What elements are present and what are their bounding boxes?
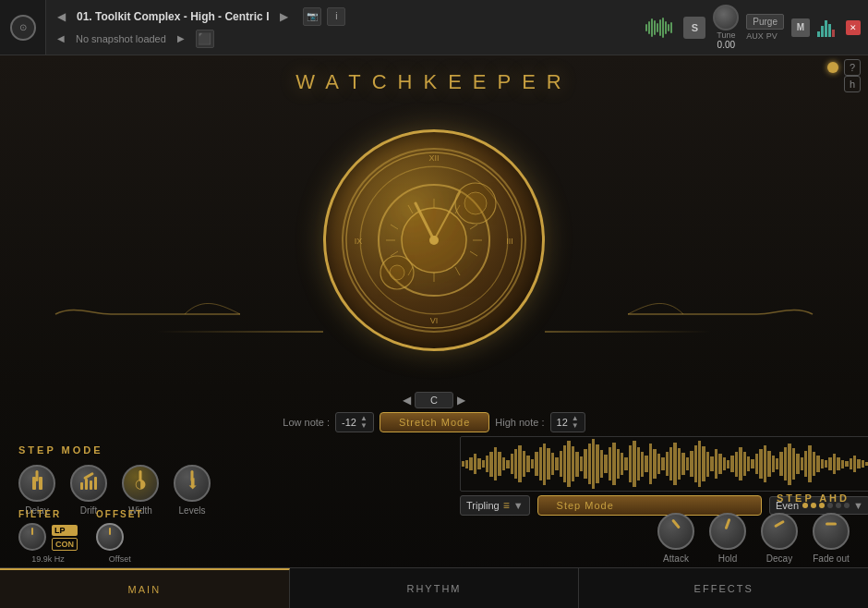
width-knob[interactable]: ◑ (122, 465, 159, 502)
tune-value: 0.00 (717, 40, 735, 50)
fadeout-knob-item: Fade out (813, 513, 850, 564)
drift-knob-item: Drift (70, 465, 107, 516)
ahd-knobs: Attack Hold Decay Fade out (637, 513, 850, 564)
nav-arrow-right[interactable]: ▶ (276, 8, 292, 25)
snapshot-nav-left[interactable]: ◀ (54, 31, 68, 45)
tripling-icon: ≡ (503, 499, 510, 512)
tune-section: Tune 0.00 (713, 5, 739, 50)
c-nav-left[interactable]: ◀ (403, 394, 411, 407)
high-note-value: 12 (557, 417, 568, 428)
top-bar-left: ◀ 01. Toolkit Complex - High - Centric I… (46, 4, 642, 52)
svg-text:IX: IX (355, 237, 363, 246)
attack-label: Attack (663, 553, 689, 564)
clock-svg: XII III VI IX (323, 129, 545, 351)
high-note-label: High note : (495, 417, 544, 428)
pv-label: PV (766, 31, 778, 41)
width-knob-item: ◑ Width (122, 465, 159, 516)
clock-gears: XII III VI IX (326, 132, 542, 348)
levels-knob-item: ⬇ Levels (174, 465, 211, 516)
aux-label: AUX (746, 31, 764, 41)
low-note-value: -12 (342, 417, 356, 428)
high-note-box: 12 ▲ ▼ (550, 412, 585, 432)
step-mode-section: STEP MODE Delay (18, 444, 231, 516)
step-ahd-title: STEP AHD (637, 492, 850, 504)
fadeout-label: Fade out (813, 553, 849, 564)
filter-badges: LP CON (52, 525, 78, 551)
step-ahd-section: STEP AHD Attack Hold Decay Fade out (637, 492, 850, 564)
offset-group: OFFSET Offset (96, 509, 143, 564)
snapshot-text: No snapshot loaded (76, 33, 166, 44)
low-note-arrows[interactable]: ▲ ▼ (360, 415, 368, 430)
tripling-label: Tripling (466, 500, 500, 511)
even-arrow[interactable]: ▼ (853, 500, 863, 511)
mini-waveform-display (645, 17, 672, 39)
step-mode-knobs: Delay Drift ◑ Width (18, 465, 231, 516)
purge-button[interactable]: Purge (746, 14, 784, 30)
fadeout-knob[interactable] (813, 513, 850, 550)
tune-label: Tune (717, 30, 735, 40)
offset-label: Offset (96, 554, 143, 564)
decay-knob[interactable] (761, 513, 798, 550)
waveform-display (460, 436, 868, 492)
step-mode-title: STEP MODE (18, 444, 231, 456)
tune-knob[interactable] (713, 5, 739, 30)
snapshot-nav-right[interactable]: ▶ (174, 31, 188, 45)
high-note-arrows[interactable]: ▲ ▼ (572, 415, 579, 430)
svg-point-23 (390, 265, 404, 280)
main-content: ? h WATCHKEEPER XII III VI IX (0, 55, 868, 608)
stretch-mode-button[interactable]: Stretch Mode (380, 412, 489, 432)
hold-knob[interactable] (709, 513, 746, 550)
svg-text:XII: XII (428, 153, 439, 163)
status-row: ? (827, 59, 861, 76)
delay-knob-item: Delay (18, 465, 55, 516)
decay-label: Decay (766, 553, 792, 564)
c-nav-right[interactable]: ▶ (457, 394, 465, 407)
tab-effects[interactable]: EFFECTS (579, 568, 868, 608)
nav-arrow-left[interactable]: ◀ (54, 8, 69, 25)
info-icon[interactable]: i (327, 7, 345, 26)
attack-knob[interactable] (657, 513, 694, 550)
filter-group: FILTER LP CON 19.9k Hz (18, 509, 78, 564)
m-button[interactable]: M (791, 18, 810, 37)
hold-label: Hold (718, 553, 738, 564)
svg-text:VI: VI (430, 316, 439, 325)
camera-icon[interactable]: 📷 (303, 7, 321, 26)
top-bar: ⊙ ◀ 01. Toolkit Complex - High - Centric… (0, 0, 868, 55)
filter-offset-section: FILTER LP CON 19.9k Hz OFFSET Offset (18, 509, 222, 564)
drift-knob[interactable] (70, 465, 107, 502)
clock-face: XII III VI IX (323, 129, 545, 351)
snapshot-save-icon[interactable]: ⬛ (196, 30, 214, 48)
help-button[interactable]: ? (844, 59, 861, 76)
filter-title: FILTER (18, 509, 78, 519)
app-title: WATCHKEEPER (295, 70, 572, 94)
tab-rhythm[interactable]: RHYTHM (290, 568, 580, 608)
waveform-canvas (461, 437, 868, 491)
tripling-select[interactable]: Tripling ≡ ▼ (460, 495, 530, 516)
top-bar-right: S Tune 0.00 Purge AUX PV M ✕ (676, 1, 868, 54)
filter-value: 19.9k Hz (18, 554, 78, 564)
note-range-row: Low note : -12 ▲ ▼ Stretch Mode High not… (229, 412, 639, 432)
lp-badge[interactable]: LP (52, 525, 78, 536)
svg-point-21 (464, 192, 487, 214)
levels-knob[interactable]: ⬇ (174, 465, 211, 502)
decay-knob-item: Decay (761, 513, 798, 564)
tab-main[interactable]: MAIN (0, 568, 290, 608)
status-indicator (827, 62, 838, 73)
center-section: ◀ C ▶ Low note : -12 ▲ ▼ Stretch Mode Hi… (229, 392, 639, 516)
svg-point-26 (429, 236, 439, 245)
close-button[interactable]: ✕ (846, 20, 861, 35)
offset-title: OFFSET (96, 509, 143, 519)
bottom-tabs: MAIN RHYTHM EFFECTS (0, 567, 868, 608)
h-button[interactable]: h (844, 76, 861, 92)
tripling-arrow[interactable]: ▼ (513, 500, 524, 511)
con-badge[interactable]: CON (52, 538, 78, 551)
clock-container: XII III VI IX (295, 102, 573, 379)
svg-text:III: III (506, 237, 513, 246)
c-label: C (415, 392, 453, 408)
level-meter (817, 18, 835, 37)
delay-knob[interactable] (18, 465, 55, 502)
low-note-box: -12 ▲ ▼ (335, 412, 374, 432)
offset-knob[interactable] (96, 523, 124, 551)
s-button[interactable]: S (683, 17, 705, 39)
filter-knob[interactable] (18, 523, 46, 551)
